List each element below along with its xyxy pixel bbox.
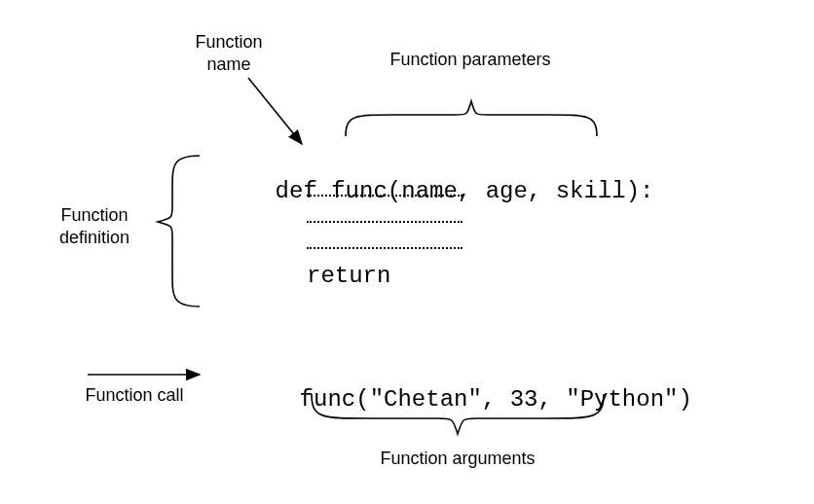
code-call-close: ) [678, 386, 691, 413]
code-body-dots-1 [307, 195, 462, 197]
code-call-args: "Chetan", 33, "Python" [370, 386, 679, 413]
code-def-keyword: def [276, 178, 332, 204]
code-call-line: func("Chetan", 33, "Python") [243, 360, 692, 439]
code-paren-open: ( [388, 178, 401, 204]
code-return: return [307, 263, 390, 289]
code-def-line: def func(name, age, skill): [219, 152, 653, 231]
code-paren-close-colon: ): [626, 178, 654, 204]
code-body-dots-3 [307, 247, 462, 249]
label-function-definition: Function definition [46, 204, 143, 248]
label-function-call: Function call [76, 384, 193, 407]
diagram-stage: Function name Function parameters Functi… [0, 0, 814, 504]
label-function-arguments: Function arguments [360, 448, 555, 470]
code-body-dots-2 [307, 221, 462, 223]
brace-function-definition [158, 156, 200, 306]
code-call-open: ( [355, 386, 369, 413]
code-func-name: func [331, 178, 388, 204]
label-function-parameters: Function parameters [363, 49, 577, 71]
arrow-function-name [248, 78, 302, 144]
brace-function-parameters [346, 101, 597, 136]
label-function-name: Function name [185, 31, 273, 75]
code-call-name: func [300, 386, 356, 413]
code-params: name, age, skill [401, 178, 625, 204]
